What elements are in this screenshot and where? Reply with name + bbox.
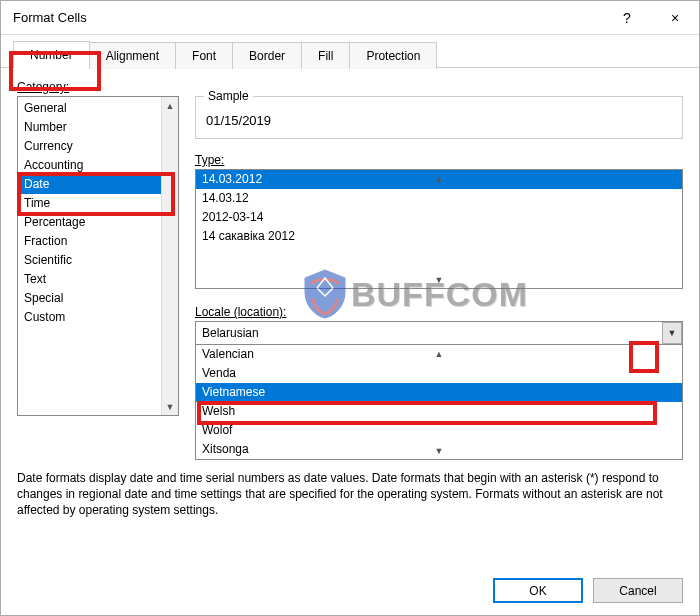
type-label: Type: [195,153,683,167]
tab-font[interactable]: Font [175,42,233,69]
close-button[interactable]: × [651,1,699,35]
locale-dropdown[interactable]: Valencian Venda Vietnamese Welsh Wolof X… [195,345,683,460]
tab-content: Category: General Number Currency Accoun… [1,68,699,566]
list-item[interactable]: Special [18,289,178,308]
format-cells-dialog: Format Cells ? × Number Alignment Font B… [0,0,700,616]
scroll-up-icon[interactable]: ▲ [162,97,178,114]
scrollbar[interactable]: ▲ ▼ [161,97,178,415]
list-item[interactable]: Wolof [196,421,682,440]
list-item[interactable]: 14 сакавіка 2012 [196,227,682,246]
list-item[interactable]: Vietnamese [196,383,682,402]
tab-strip: Number Alignment Font Border Fill Protec… [1,35,699,68]
locale-label: Locale (location): [195,305,683,319]
list-item[interactable]: Currency [18,137,178,156]
list-item[interactable]: 14.03.12 [196,189,682,208]
category-label: Category: [17,80,69,94]
list-item[interactable]: Accounting [18,156,178,175]
scroll-down-icon[interactable]: ▼ [196,271,682,288]
list-item[interactable]: Percentage [18,213,178,232]
help-button[interactable]: ? [603,1,651,35]
type-listbox[interactable]: 14.03.2012 14.03.12 2012-03-14 14 сакаві… [195,169,683,289]
scroll-down-icon[interactable]: ▼ [162,398,178,415]
list-item[interactable]: Date [18,175,178,194]
list-item[interactable]: Number [18,118,178,137]
list-item[interactable]: Venda [196,364,682,383]
list-item[interactable]: 2012-03-14 [196,208,682,227]
sample-label: Sample [204,89,253,103]
locale-combobox[interactable]: Belarusian ▼ [195,321,683,345]
tab-alignment[interactable]: Alignment [89,42,176,69]
chevron-down-icon[interactable]: ▼ [662,322,682,344]
scroll-up-icon[interactable]: ▲ [196,345,682,362]
list-item[interactable]: Custom [18,308,178,327]
scroll-up-icon[interactable]: ▲ [196,170,682,187]
locale-value: Belarusian [196,322,662,344]
button-row: OK Cancel [1,566,699,615]
format-description: Date formats display date and time seria… [17,460,683,519]
cancel-button[interactable]: Cancel [593,578,683,603]
list-item[interactable]: Welsh [196,402,682,421]
tab-protection[interactable]: Protection [349,42,437,69]
tab-number[interactable]: Number [13,41,90,68]
scroll-down-icon[interactable]: ▼ [196,442,682,459]
list-item[interactable]: Text [18,270,178,289]
tab-border[interactable]: Border [232,42,302,69]
category-listbox[interactable]: General Number Currency Accounting Date … [17,96,179,416]
list-item[interactable]: Time [18,194,178,213]
list-item[interactable]: Scientific [18,251,178,270]
sample-value: 01/15/2019 [206,113,271,128]
tab-fill[interactable]: Fill [301,42,350,69]
list-item[interactable]: Fraction [18,232,178,251]
ok-button[interactable]: OK [493,578,583,603]
sample-group: Sample 01/15/2019 [195,96,683,139]
list-item[interactable]: General [18,99,178,118]
titlebar: Format Cells ? × [1,1,699,35]
window-title: Format Cells [13,10,87,25]
